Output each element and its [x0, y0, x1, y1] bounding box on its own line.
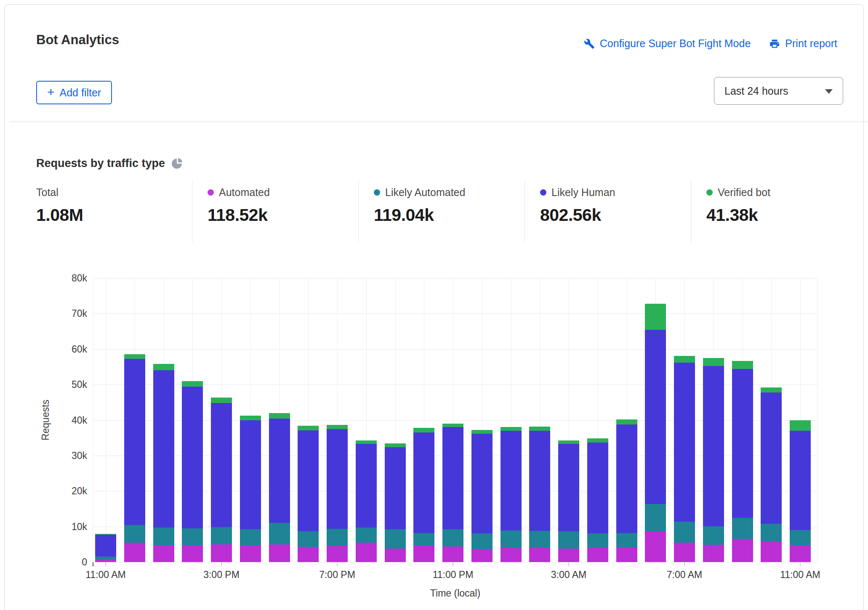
bar-segment-likely-automated	[211, 527, 232, 544]
bar-12-00-am[interactable]	[471, 430, 493, 562]
bar-segment-likely-automated	[182, 528, 203, 545]
chevron-down-icon	[825, 89, 833, 94]
bar-8-00-pm[interactable]	[356, 440, 377, 562]
print-report-link[interactable]: Print report	[769, 37, 837, 50]
bar-3-00-pm[interactable]	[211, 398, 232, 562]
bar-4-00-am[interactable]	[587, 438, 608, 562]
bar-segment-likely-human	[616, 424, 637, 533]
stat-value: 119.04k	[374, 205, 465, 225]
stat-value: 802.56k	[540, 205, 615, 225]
bar-segment-likely-automated	[761, 524, 782, 541]
bar-2-00-pm[interactable]	[182, 381, 203, 562]
bar-segment-likely-human	[442, 427, 463, 529]
stat-label-row: Total	[36, 186, 83, 199]
add-filter-label: Add filter	[60, 87, 101, 99]
bar-2-00-am[interactable]	[529, 427, 550, 562]
x-axis-tick	[453, 562, 453, 566]
bar-1-00-pm[interactable]	[153, 364, 174, 562]
bar-6-00-pm[interactable]	[298, 426, 319, 562]
bar-10-00-pm[interactable]	[413, 428, 434, 562]
stat-likely-human[interactable]: Likely Human802.56k	[540, 186, 615, 225]
bar-segment-verified-bot	[442, 424, 463, 427]
bar-segment-likely-automated	[703, 526, 724, 545]
bar-7-00-pm[interactable]	[327, 425, 348, 562]
x-axis-tick-label: 11:00 AM	[762, 569, 838, 581]
bar-segment-automated	[298, 547, 319, 562]
bar-1-00-am[interactable]	[501, 427, 522, 562]
stat-likely-automated[interactable]: Likely Automated119.04k	[374, 186, 465, 225]
stat-total[interactable]: Total1.08M	[36, 186, 83, 225]
bar-6-00-am[interactable]	[645, 304, 666, 562]
bar-9-00-pm[interactable]	[385, 443, 406, 562]
bar-segment-likely-automated	[442, 529, 463, 546]
bar-8-00-am[interactable]	[703, 358, 724, 562]
bar-segment-likely-human	[645, 330, 666, 504]
bar-segment-likely-human	[587, 443, 608, 533]
print-link-label: Print report	[785, 37, 837, 50]
bar-segment-automated	[558, 549, 579, 562]
bar-segment-likely-automated	[95, 557, 116, 560]
bar-4-00-pm[interactable]	[240, 416, 261, 562]
x-axis-tick	[105, 562, 106, 566]
bar-segment-verified-bot	[761, 387, 782, 393]
x-axis-tick	[800, 562, 801, 566]
bar-segment-likely-automated	[674, 522, 695, 543]
bar-segment-automated	[732, 539, 753, 562]
bar-11-00-am[interactable]	[790, 420, 811, 562]
x-axis-tick-label: 7:00 PM	[299, 569, 375, 581]
bar-segment-verified-bot	[95, 534, 116, 535]
bar-segment-likely-human	[356, 444, 377, 528]
bar-segment-likely-automated	[413, 533, 434, 545]
bar-segment-automated	[211, 544, 232, 562]
bar-segment-likely-human	[327, 429, 348, 528]
bar-segment-likely-human	[124, 359, 145, 525]
x-axis-tick	[337, 562, 338, 566]
bar-7-00-am[interactable]	[674, 356, 695, 562]
x-axis-tick-label: 3:00 AM	[531, 569, 607, 581]
stat-automated[interactable]: Automated118.52k	[208, 186, 270, 225]
stat-label-row: Likely Human	[540, 186, 615, 199]
configure-super-bot-fight-mode-link[interactable]: Configure Super Bot Fight Mode	[584, 37, 751, 50]
bar-segment-automated	[327, 546, 348, 562]
bar-segment-automated	[385, 549, 406, 562]
bar-segment-likely-automated	[501, 530, 522, 548]
time-range-select[interactable]: Last 24 hours	[714, 77, 843, 105]
bar-segment-verified-bot	[674, 356, 695, 363]
stat-label: Automated	[219, 186, 270, 199]
bar-3-00-am[interactable]	[558, 440, 579, 562]
bar-segment-likely-automated	[385, 529, 406, 549]
x-axis-tick-label: 7:00 AM	[647, 569, 722, 581]
bar-11-00-pm[interactable]	[442, 424, 463, 562]
x-axis-tick-label: 11:00 AM	[68, 569, 144, 581]
bar-segment-likely-human	[240, 420, 261, 529]
x-axis-tick	[568, 562, 569, 566]
configure-link-label: Configure Super Bot Fight Mode	[600, 37, 751, 50]
bar-12-00-pm[interactable]	[124, 354, 145, 562]
stat-verified-bot[interactable]: Verified bot41.38k	[706, 186, 770, 225]
bar-11-00-am[interactable]	[95, 534, 116, 562]
add-filter-button[interactable]: + Add filter	[36, 81, 112, 104]
bar-segment-automated	[761, 541, 782, 562]
stat-divider	[525, 180, 525, 242]
bar-segment-likely-automated	[732, 518, 753, 539]
bar-segment-verified-bot	[153, 364, 174, 370]
bar-segment-likely-human	[95, 535, 116, 557]
bar-segment-automated	[674, 543, 695, 562]
stat-divider	[192, 180, 192, 242]
bar-10-00-am[interactable]	[761, 387, 782, 562]
bar-9-00-am[interactable]	[732, 361, 753, 562]
bar-segment-likely-human	[558, 444, 579, 531]
x-axis-tick-label: 11:00 PM	[415, 569, 491, 581]
bar-segment-automated	[529, 548, 550, 562]
legend-dot-icon	[706, 189, 713, 196]
bar-5-00-am[interactable]	[616, 419, 637, 562]
bar-segment-verified-bot	[529, 427, 550, 431]
bar-segment-automated	[240, 545, 261, 562]
x-axis-tick	[684, 562, 685, 566]
stat-value: 1.08M	[36, 205, 83, 225]
legend-dot-icon	[540, 189, 546, 196]
bar-5-00-pm[interactable]	[269, 413, 290, 562]
bar-segment-verified-bot	[501, 427, 522, 430]
bar-segment-automated	[153, 545, 174, 562]
bar-segment-automated	[124, 543, 145, 562]
